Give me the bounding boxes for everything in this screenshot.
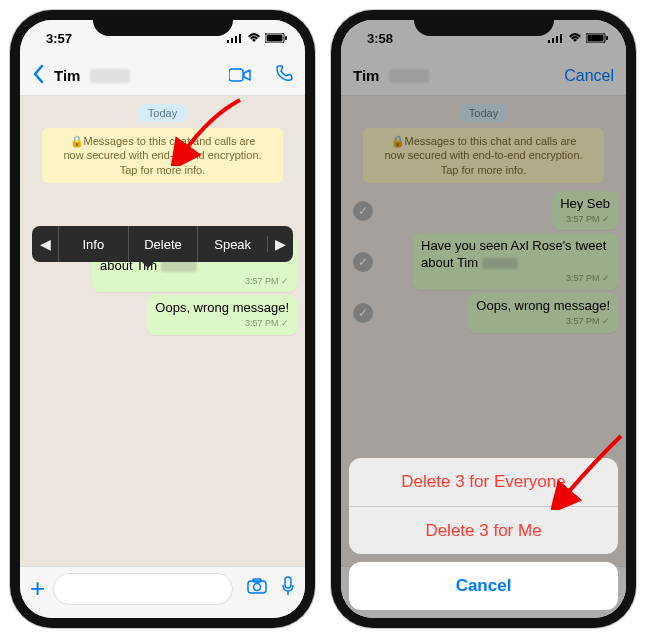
context-menu: ◀ Info Delete Speak ▶: [32, 226, 293, 262]
date-badge: Today: [138, 104, 187, 122]
status-time: 3:57: [46, 31, 72, 46]
camera-icon[interactable]: [247, 578, 267, 599]
svg-rect-12: [548, 40, 550, 43]
back-button[interactable]: [32, 62, 44, 90]
phone-left: 3:57 Tim Today 🔒Messages to this chat an…: [10, 10, 315, 628]
message-text: Have you seen Axl Rose's tweet about Tim: [421, 238, 606, 270]
mic-icon[interactable]: [281, 576, 295, 601]
chat-header-select: Tim Cancel: [341, 56, 626, 96]
select-check-icon[interactable]: ✓: [353, 252, 373, 272]
message-row: ✓ Oops, wrong message! 3:57 PM ✓: [349, 293, 618, 333]
notch: [93, 10, 233, 36]
message-bubble[interactable]: Oops, wrong message! 3:57 PM ✓: [147, 295, 297, 335]
message-row: ✓ Hey Seb 3:57 PM ✓: [349, 191, 618, 231]
screen-right: 3:58 Tim Cancel Today 🔒Messages to this …: [341, 20, 626, 618]
cancel-selection[interactable]: Cancel: [564, 67, 614, 85]
sheet-group: Delete 3 for Everyone Delete 3 for Me: [349, 458, 618, 554]
menu-info[interactable]: Info: [58, 226, 128, 262]
delete-for-everyone-button[interactable]: Delete 3 for Everyone: [349, 458, 618, 506]
delete-for-me-button[interactable]: Delete 3 for Me: [349, 506, 618, 554]
video-call-icon[interactable]: [229, 64, 251, 87]
message-blur: [482, 258, 518, 269]
svg-rect-6: [285, 36, 287, 40]
sheet-cancel-button[interactable]: Cancel: [349, 562, 618, 610]
svg-rect-15: [560, 34, 562, 43]
menu-left-arrow[interactable]: ◀: [32, 236, 58, 252]
phone-right: 3:58 Tim Cancel Today 🔒Messages to this …: [331, 10, 636, 628]
message-text: Oops, wrong message!: [155, 300, 289, 315]
contact-name-blur: [389, 69, 429, 83]
signal-icon: [548, 33, 564, 43]
svg-rect-18: [606, 36, 608, 40]
attach-button[interactable]: +: [30, 573, 45, 604]
message-blur: [161, 261, 197, 272]
contact-name: Tim: [353, 67, 379, 84]
svg-rect-14: [556, 36, 558, 43]
svg-rect-13: [552, 38, 554, 43]
message-bubble: Oops, wrong message! 3:57 PM ✓: [468, 293, 618, 333]
message-time: 3:57 PM: [245, 276, 279, 286]
svg-rect-16: [586, 33, 605, 43]
message-bubble: Have you seen Axl Rose's tweet about Tim…: [413, 233, 618, 289]
message-text: Hey Seb: [560, 196, 610, 211]
svg-point-9: [254, 584, 261, 591]
date-badge: Today: [459, 104, 508, 122]
wifi-icon: [568, 33, 582, 43]
message-row: ✓ Have you seen Axl Rose's tweet about T…: [349, 233, 618, 289]
menu-speak[interactable]: Speak: [197, 226, 267, 262]
menu-right-arrow[interactable]: ▶: [267, 236, 293, 252]
status-time: 3:58: [367, 31, 393, 46]
signal-icon: [227, 33, 243, 43]
delete-action-sheet: Delete 3 for Everyone Delete 3 for Me Ca…: [349, 458, 618, 610]
battery-icon: [586, 33, 608, 43]
encryption-notice[interactable]: 🔒Messages to this chat and calls are now…: [42, 128, 283, 183]
status-indicators: [227, 33, 287, 43]
contact-name[interactable]: Tim: [54, 67, 80, 84]
notch: [414, 10, 554, 36]
chat-header: Tim: [20, 56, 305, 96]
contact-name-blur: [90, 69, 130, 83]
svg-rect-2: [235, 36, 237, 43]
svg-rect-17: [588, 35, 604, 42]
chat-area[interactable]: Today 🔒Messages to this chat and calls a…: [20, 96, 305, 566]
select-check-icon[interactable]: ✓: [353, 303, 373, 323]
status-indicators: [548, 33, 608, 43]
input-toolbar: +: [20, 566, 305, 618]
svg-rect-5: [267, 35, 283, 42]
message-time: 3:57 PM: [245, 318, 279, 328]
svg-rect-1: [231, 38, 233, 43]
voice-call-icon[interactable]: [275, 64, 293, 87]
svg-rect-0: [227, 40, 229, 43]
message-time: 3:57 PM: [566, 273, 600, 283]
message-input[interactable]: [53, 573, 233, 605]
message-bubble: Hey Seb 3:57 PM ✓: [552, 191, 618, 231]
svg-rect-3: [239, 34, 241, 43]
message-time: 3:57 PM: [566, 316, 600, 326]
wifi-icon: [247, 33, 261, 43]
encryption-notice: 🔒Messages to this chat and calls are now…: [363, 128, 604, 183]
menu-delete[interactable]: Delete: [128, 226, 198, 262]
screen-left: 3:57 Tim Today 🔒Messages to this chat an…: [20, 20, 305, 618]
message-row[interactable]: Oops, wrong message! 3:57 PM ✓: [28, 295, 297, 335]
svg-rect-11: [285, 577, 291, 588]
message-text: Oops, wrong message!: [476, 298, 610, 313]
message-time: 3:57 PM: [566, 214, 600, 224]
select-check-icon[interactable]: ✓: [353, 201, 373, 221]
battery-icon: [265, 33, 287, 43]
svg-rect-7: [229, 69, 243, 81]
